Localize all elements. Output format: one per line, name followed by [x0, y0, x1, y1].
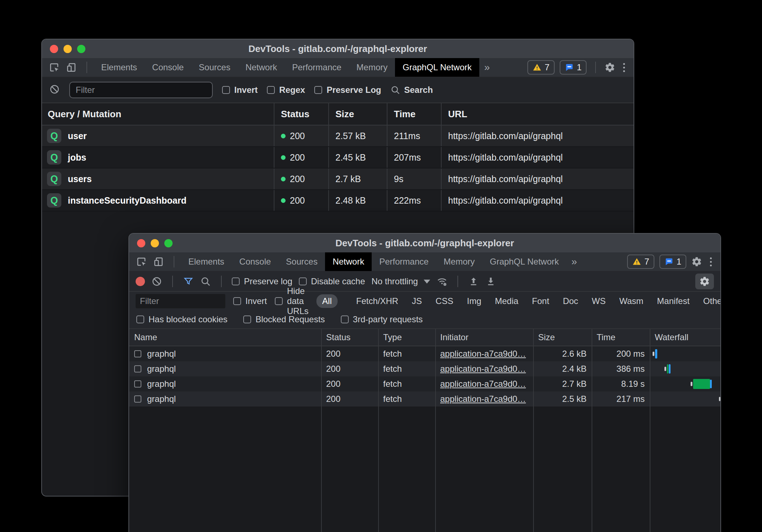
- minimize-window-button[interactable]: [151, 239, 159, 247]
- has-blocked-cookies-checkbox[interactable]: Has blocked cookies: [136, 314, 227, 324]
- table-row[interactable]: QinstanceSecurityDashboard 200 2.48 kB 2…: [42, 190, 634, 212]
- column-header-status[interactable]: Status: [322, 329, 379, 346]
- window-titlebar[interactable]: DevTools - gitlab.com/-/graphql-explorer: [129, 234, 720, 252]
- initiator-link[interactable]: application-a7ca9d0…: [440, 394, 526, 404]
- third-party-requests-checkbox[interactable]: 3rd-party requests: [341, 314, 423, 324]
- tab-performance[interactable]: Performance: [284, 58, 349, 77]
- initiator-link[interactable]: application-a7ca9d0…: [440, 349, 526, 359]
- column-header-query-mutation[interactable]: Query / Mutation: [42, 103, 274, 125]
- table-row[interactable]: graphql 200 fetch application-a7ca9d0… 2…: [129, 376, 720, 391]
- tab-graphql-network[interactable]: GraphQL Network: [395, 58, 479, 77]
- network-conditions-icon[interactable]: [437, 276, 447, 287]
- search-button[interactable]: Search: [390, 85, 433, 95]
- tab-memory[interactable]: Memory: [436, 252, 483, 271]
- tab-sources[interactable]: Sources: [191, 58, 238, 77]
- window-titlebar[interactable]: DevTools - gitlab.com/-/graphql-explorer: [42, 39, 634, 58]
- tab-console[interactable]: Console: [232, 252, 278, 271]
- more-tabs-icon[interactable]: »: [479, 58, 495, 77]
- hide-data-urls-checkbox[interactable]: Hide data URLs: [275, 286, 309, 316]
- filter-input[interactable]: [69, 82, 213, 98]
- table-row[interactable]: graphql 200 fetch application-a7ca9d0… 2…: [129, 346, 720, 361]
- filter-funnel-icon[interactable]: [183, 276, 194, 287]
- column-header-status[interactable]: Status: [274, 103, 329, 125]
- checkbox[interactable]: [299, 277, 307, 285]
- column-header-size[interactable]: Size: [329, 103, 387, 125]
- table-row[interactable]: Qusers 200 2.7 kB 9s https://gitlab.com/…: [42, 168, 634, 190]
- tab-elements[interactable]: Elements: [181, 252, 232, 271]
- checkbox[interactable]: [232, 277, 240, 285]
- checkbox[interactable]: [243, 315, 251, 323]
- type-filter-img[interactable]: Img: [464, 294, 484, 308]
- settings-gear-icon[interactable]: [605, 62, 615, 73]
- table-row[interactable]: Quser 200 2.57 kB 211ms https://gitlab.c…: [42, 125, 634, 147]
- type-filter-js[interactable]: JS: [409, 294, 425, 308]
- device-toolbar-icon[interactable]: [153, 256, 164, 267]
- table-row[interactable]: Qjobs 200 2.45 kB 207ms https://gitlab.c…: [42, 147, 634, 168]
- type-filter-all[interactable]: All: [316, 294, 338, 308]
- type-filter-css[interactable]: CSS: [433, 294, 456, 308]
- network-settings-gear-icon[interactable]: [695, 274, 714, 289]
- type-filter-other[interactable]: Other: [700, 294, 721, 308]
- checkbox[interactable]: [314, 86, 322, 94]
- tab-sources[interactable]: Sources: [278, 252, 325, 271]
- clear-icon[interactable]: [49, 84, 60, 96]
- column-header-type[interactable]: Type: [379, 329, 436, 346]
- more-options-icon[interactable]: [620, 63, 628, 72]
- filter-input[interactable]: [136, 294, 225, 308]
- blocked-requests-checkbox[interactable]: Blocked Requests: [243, 314, 325, 324]
- type-filter-wasm[interactable]: Wasm: [616, 294, 646, 308]
- initiator-link[interactable]: application-a7ca9d0…: [440, 364, 526, 374]
- search-icon[interactable]: [200, 276, 211, 287]
- row-checkbox[interactable]: [134, 365, 141, 372]
- close-window-button[interactable]: [50, 45, 58, 53]
- zoom-window-button[interactable]: [77, 45, 85, 53]
- warnings-badge[interactable]: 7: [627, 255, 654, 269]
- checkbox[interactable]: [222, 86, 230, 94]
- preserve-log-checkbox[interactable]: Preserve log: [232, 276, 292, 286]
- row-checkbox[interactable]: [134, 380, 141, 388]
- column-header-time[interactable]: Time: [592, 329, 650, 346]
- column-header-size[interactable]: Size: [534, 329, 592, 346]
- type-filter-doc[interactable]: Doc: [560, 294, 581, 308]
- tab-graphql-network[interactable]: GraphQL Network: [482, 252, 566, 271]
- record-button[interactable]: [136, 277, 145, 286]
- export-har-icon[interactable]: [485, 276, 496, 287]
- issues-badge[interactable]: 1: [659, 255, 686, 269]
- inspect-element-icon[interactable]: [136, 256, 147, 267]
- column-header-time[interactable]: Time: [387, 103, 442, 125]
- import-har-icon[interactable]: [468, 276, 479, 287]
- device-toolbar-icon[interactable]: [66, 62, 77, 73]
- close-window-button[interactable]: [137, 239, 145, 247]
- checkbox[interactable]: [275, 297, 283, 305]
- regex-checkbox[interactable]: Regex: [267, 85, 305, 95]
- more-options-icon[interactable]: [707, 257, 715, 266]
- tab-network[interactable]: Network: [325, 252, 372, 271]
- type-filter-media[interactable]: Media: [492, 294, 521, 308]
- type-filter-font[interactable]: Font: [529, 294, 552, 308]
- tab-console[interactable]: Console: [145, 58, 191, 77]
- disable-cache-checkbox[interactable]: Disable cache: [299, 276, 365, 286]
- type-filter-manifest[interactable]: Manifest: [654, 294, 692, 308]
- tab-network[interactable]: Network: [238, 58, 284, 77]
- tab-performance[interactable]: Performance: [372, 252, 436, 271]
- column-header-url[interactable]: URL: [442, 103, 634, 125]
- inspect-element-icon[interactable]: [48, 62, 60, 73]
- minimize-window-button[interactable]: [64, 45, 72, 53]
- checkbox[interactable]: [341, 315, 349, 323]
- column-header-name[interactable]: Name: [129, 329, 322, 346]
- issues-badge[interactable]: 1: [560, 60, 587, 75]
- settings-gear-icon[interactable]: [691, 256, 702, 267]
- checkbox[interactable]: [233, 297, 241, 305]
- checkbox[interactable]: [267, 86, 275, 94]
- column-header-waterfall[interactable]: Waterfall: [650, 329, 720, 346]
- invert-checkbox[interactable]: Invert: [222, 85, 258, 95]
- tab-elements[interactable]: Elements: [94, 58, 145, 77]
- table-row[interactable]: graphql 200 fetch application-a7ca9d0… 2…: [129, 391, 720, 407]
- column-header-initiator[interactable]: Initiator: [436, 329, 534, 346]
- initiator-link[interactable]: application-a7ca9d0…: [440, 379, 526, 389]
- tab-memory[interactable]: Memory: [349, 58, 395, 77]
- checkbox[interactable]: [136, 315, 144, 323]
- warnings-badge[interactable]: 7: [527, 60, 554, 75]
- zoom-window-button[interactable]: [164, 239, 173, 247]
- invert-checkbox[interactable]: Invert: [233, 296, 267, 306]
